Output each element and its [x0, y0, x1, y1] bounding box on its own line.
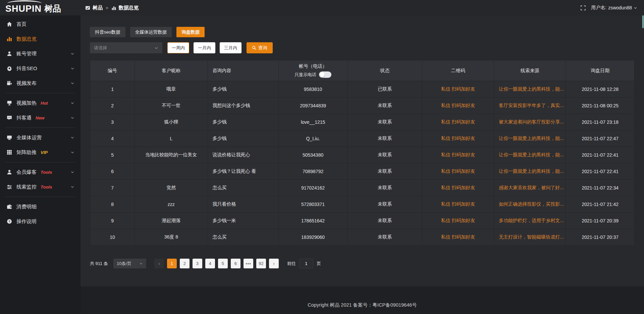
cell-source[interactable]: 无主灯设计，智能磁吸轨道灯...: [494, 229, 566, 246]
sidebar-item-video-heat[interactable]: 视频加热Hot: [0, 96, 80, 110]
grid-icon: [7, 150, 12, 155]
cell-qrcode[interactable]: 私信 扫码加好友: [422, 229, 494, 246]
next-page-button[interactable]: ›: [269, 259, 279, 268]
tab-inquiry-data[interactable]: 询盘数据: [176, 27, 205, 37]
cell-source[interactable]: 让你一眼就爱上的黑科技，能...: [494, 81, 566, 98]
range-button-1[interactable]: 一月内: [194, 42, 215, 53]
fullscreen-icon[interactable]: [581, 5, 586, 10]
body-wrap: 首页数据总览账号管理抖音SEO视频发布视频加热Hot抖客通New全媒体运营矩阵助…: [0, 15, 644, 314]
page-button-2[interactable]: 2: [180, 259, 190, 268]
search-button[interactable]: 查询: [247, 42, 273, 53]
sidebar-item-member-burst[interactable]: 会员爆客Tools: [0, 165, 80, 179]
filter-select[interactable]: 请选择: [90, 42, 162, 53]
cell-qrcode[interactable]: 私信 扫码加好友: [422, 81, 494, 98]
page-button-92[interactable]: 92: [256, 259, 266, 268]
sidebar-item-label: 首页: [16, 21, 26, 28]
cell-source[interactable]: 被大家追着问的客厅投影分享...: [494, 114, 566, 130]
bar-chart-icon: [7, 36, 12, 42]
sidebar-item-home[interactable]: 首页: [0, 17, 80, 32]
cell-account: love__1215: [278, 114, 347, 130]
svg-text:?: ?: [8, 219, 10, 223]
chevron-down-icon: [70, 170, 74, 174]
sidebar-item-label: 抖客通: [16, 115, 32, 121]
sidebar-item-media-operation[interactable]: 全媒体运营: [0, 130, 80, 145]
sidebar-item-label: 会员爆客: [16, 169, 37, 175]
sidebar-divider: [5, 127, 75, 128]
cell-qrcode[interactable]: 私信 扫码加好友: [422, 114, 494, 130]
cell-status: 未联系: [347, 147, 422, 163]
sidebar-item-douyin-seo[interactable]: 抖音SEO: [0, 61, 80, 76]
cell-nickname: 当地比较能吃的一位美女: [135, 147, 208, 163]
cell-qrcode[interactable]: 私信 扫码加好友: [422, 130, 494, 147]
cell-qrcode[interactable]: 私信 扫码加好友: [422, 196, 494, 213]
cell-date: 2021-11-07 20:39: [566, 213, 635, 229]
tab-douyin-seo-data[interactable]: 抖音seo数据: [90, 27, 125, 37]
breadcrumb-root[interactable]: 树品: [93, 5, 103, 11]
page-size-select[interactable]: 10条/页: [113, 259, 146, 268]
cell-content: 多少钱: [208, 114, 278, 130]
user-menu[interactable]: 用户名: zswodun88: [591, 5, 637, 11]
cell-status: 已联系: [347, 81, 422, 98]
sidebar-item-matrix-boost[interactable]: 矩阵助推VIP: [0, 145, 80, 160]
cell-source[interactable]: 多功能护栏灯，适用于乡村文...: [494, 213, 566, 229]
table-row: 1哦章多少钱9583810已联系私信 扫码加好友让你一眼就爱上的黑科技，能...…: [90, 81, 635, 98]
cell-qrcode[interactable]: 私信 扫码加好友: [422, 98, 494, 114]
app-logo[interactable]: SHUPIN 树品: [0, 0, 80, 15]
range-button-0[interactable]: 一周内: [167, 42, 189, 53]
chevron-down-icon: [634, 6, 637, 10]
prev-page-button[interactable]: ‹: [154, 259, 164, 268]
cell-source[interactable]: 客厅安装投影半年多了，真实...: [494, 98, 566, 114]
cell-content: 我想问这个多少钱: [208, 98, 278, 114]
table-row: 6多少钱？让我死心 看70898792未联系私信 扫码加好友让你一眼就爱上的黑科…: [90, 163, 635, 180]
cell-date: 2021-11-07 22:41: [566, 163, 635, 180]
range-button-2[interactable]: 三月内: [220, 42, 241, 53]
sidebar-item-douketong[interactable]: 抖客通New: [0, 110, 80, 125]
pagination-total: 共 911 条: [90, 261, 108, 267]
table-row: 4L多少钱Q_Liu.未联系私信 扫码加好友让你一眼就爱上的黑科技，能...20…: [90, 130, 635, 147]
cell-status: 未联系: [347, 163, 422, 180]
cell-qrcode[interactable]: 私信 扫码加好友: [422, 147, 494, 163]
sidebar-item-account-manage[interactable]: 账号管理: [0, 46, 80, 61]
page-button-4[interactable]: 4: [205, 259, 215, 268]
page-button-1[interactable]: 1: [167, 259, 177, 268]
cell-status: 未联系: [347, 196, 422, 213]
page-button-3[interactable]: 3: [193, 259, 202, 268]
cell-source[interactable]: 让你一眼就爱上的黑科技，能...: [494, 130, 566, 147]
page-button-5[interactable]: 5: [218, 259, 228, 268]
cell-source[interactable]: 让你一眼就爱上的黑科技，能...: [494, 147, 566, 163]
column-header-1: 客户昵称: [135, 60, 208, 81]
tab-media-operation-data[interactable]: 全媒体运营数据: [130, 27, 172, 37]
column-header-6: 线索来源: [494, 60, 566, 81]
sidebar-item-data-overview[interactable]: 数据总览: [0, 32, 80, 46]
sidebar-item-consume-detail[interactable]: 消费明细: [0, 199, 80, 214]
page-ellipsis[interactable]: •••: [244, 259, 253, 268]
cell-account: 178651642: [278, 213, 347, 229]
sidebar-item-clue-monitor[interactable]: 线索监控Tools: [0, 179, 80, 194]
cell-source[interactable]: 如何正确选择投影仪，买投影...: [494, 196, 566, 213]
cell-source[interactable]: 让你一眼就爱上的黑科技，能...: [494, 163, 566, 180]
chevron-down-icon: [70, 136, 74, 140]
phone-only-toggle[interactable]: [319, 71, 331, 78]
page-button-6[interactable]: 6: [231, 259, 240, 268]
cell-content: 怎么买: [208, 180, 278, 196]
cell-source[interactable]: 感谢大家喜欢我家，被问了好...: [494, 180, 566, 196]
goto-page-input[interactable]: [299, 259, 313, 268]
wallet-icon: [7, 204, 12, 209]
sidebar-item-operation-guide[interactable]: ?操作说明: [0, 214, 80, 229]
cell-qrcode[interactable]: 私信 扫码加好友: [422, 180, 494, 196]
cell-account: 9583810: [278, 81, 347, 98]
search-button-label: 查询: [258, 45, 267, 51]
sidebar-item-label: 操作说明: [16, 218, 37, 225]
cell-no: 3: [90, 114, 135, 130]
cell-status: 未联系: [347, 130, 422, 147]
chevron-down-icon: [70, 66, 74, 70]
cell-nickname: 36度 8: [135, 229, 208, 246]
cell-date: 2021-11-07 22:47: [566, 130, 635, 147]
user-icon: [7, 51, 12, 56]
cell-qrcode[interactable]: 私信 扫码加好友: [422, 213, 494, 229]
cell-qrcode[interactable]: 私信 扫码加好友: [422, 163, 494, 180]
sidebar-item-video-publish[interactable]: 视频发布: [0, 76, 80, 91]
sidebar-divider: [5, 197, 75, 197]
column-header-5: 二维码: [422, 60, 494, 81]
sidebar-nav: 首页数据总览账号管理抖音SEO视频发布视频加热Hot抖客通New全媒体运营矩阵助…: [0, 17, 80, 229]
